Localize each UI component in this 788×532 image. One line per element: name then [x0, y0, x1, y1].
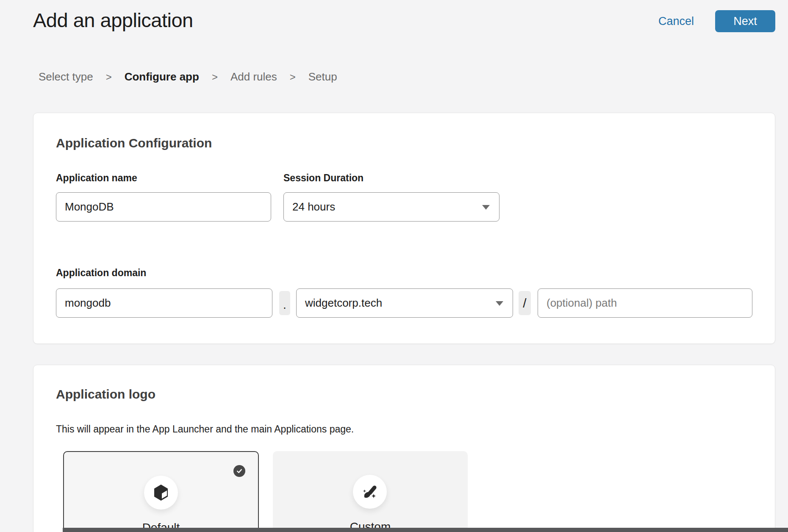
- application-configuration-heading: Application Configuration: [56, 136, 212, 150]
- session-duration-value: 24 hours: [292, 200, 335, 213]
- chevron-down-icon: [482, 205, 490, 210]
- cancel-button[interactable]: Cancel: [658, 15, 694, 28]
- path-input[interactable]: [538, 288, 752, 318]
- logo-option-custom[interactable]: Custom: [273, 451, 468, 532]
- breadcrumb-step-configure-app[interactable]: Configure app: [125, 70, 199, 83]
- breadcrumb-separator: >: [212, 71, 218, 83]
- domain-select[interactable]: widgetcorp.tech: [296, 288, 513, 318]
- breadcrumb-step-setup[interactable]: Setup: [308, 70, 337, 83]
- application-subdomain-input[interactable]: [56, 288, 272, 318]
- application-name-label: Application name: [56, 172, 137, 184]
- domain-select-value: widgetcorp.tech: [305, 296, 382, 310]
- breadcrumb-separator: >: [290, 71, 296, 83]
- breadcrumb-step-select-type[interactable]: Select type: [39, 70, 93, 83]
- logo-option-default[interactable]: Default: [63, 451, 259, 532]
- application-configuration-card: Application Configuration Application na…: [33, 113, 775, 344]
- application-domain-label: Application domain: [56, 267, 146, 279]
- domain-slash-separator: /: [519, 291, 531, 315]
- breadcrumb: Select type > Configure app > Add rules …: [39, 70, 337, 83]
- header-actions: Cancel Next: [658, 10, 775, 32]
- session-duration-label: Session Duration: [283, 172, 363, 184]
- chevron-down-icon: [496, 301, 503, 306]
- selected-badge: [233, 465, 245, 477]
- application-name-input[interactable]: [56, 192, 271, 222]
- check-icon: [236, 468, 243, 474]
- default-logo-circle: [144, 476, 178, 510]
- application-logo-description: This will appear in the App Launcher and…: [56, 424, 354, 435]
- session-duration-select[interactable]: 24 hours: [283, 192, 499, 222]
- bottom-edge-strip: [63, 528, 788, 532]
- breadcrumb-separator: >: [106, 71, 112, 83]
- page-title: Add an application: [33, 8, 193, 32]
- add-application-page: Add an application Cancel Next Select ty…: [0, 0, 788, 532]
- paintbrush-icon: [361, 483, 378, 500]
- breadcrumb-step-add-rules[interactable]: Add rules: [230, 70, 277, 83]
- cube-icon: [153, 484, 169, 501]
- domain-dot-separator: .: [279, 291, 290, 315]
- application-logo-card: Application logo This will appear in the…: [33, 365, 775, 532]
- next-button[interactable]: Next: [715, 10, 775, 32]
- custom-logo-circle: [353, 475, 387, 509]
- application-logo-heading: Application logo: [56, 387, 155, 402]
